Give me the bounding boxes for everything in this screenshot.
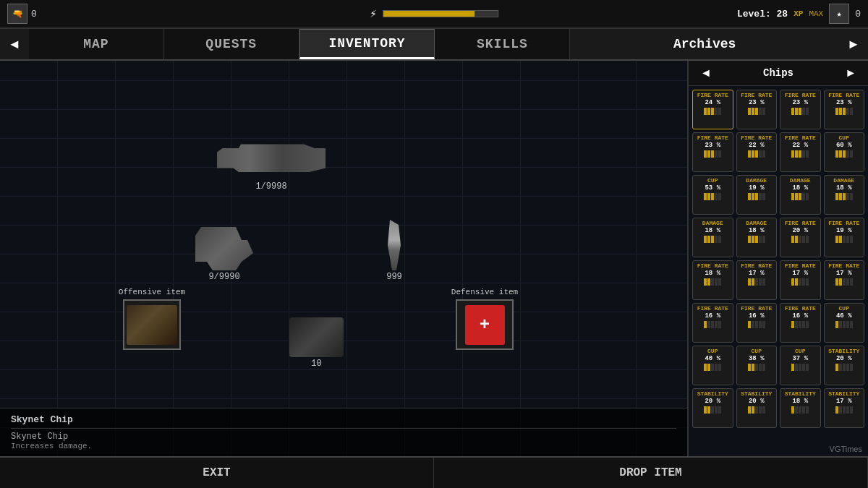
pistol-slot[interactable]: 9/9990 bbox=[195, 227, 253, 282]
chips-title: Chips bbox=[763, 67, 793, 79]
ammo-count: 0 bbox=[31, 9, 37, 20]
chip-card-11[interactable]: DAMAGE18 % bbox=[824, 175, 865, 215]
knife-image bbox=[383, 220, 405, 270]
chip-card-12[interactable]: DAMAGE18 % bbox=[692, 218, 733, 257]
inventory-area: 1/9998 9/9990 999 Offensive item 10 bbox=[0, 61, 687, 456]
device-slot[interactable]: 10 bbox=[289, 317, 344, 369]
nav-right-arrow[interactable]: ► bbox=[839, 29, 868, 59]
rifle-slot[interactable]: 1/9998 bbox=[217, 140, 326, 192]
nav-bar: ◄ Map Quests Inventory Skills Archives ► bbox=[0, 29, 868, 61]
chip-card-28[interactable]: STABILITY20 % bbox=[692, 388, 733, 428]
nav-left-arrow[interactable]: ◄ bbox=[0, 29, 29, 59]
main-content: 1/9998 9/9990 999 Offensive item 10 bbox=[0, 61, 868, 456]
chips-header: ◄ Chips ► bbox=[689, 61, 868, 86]
hud-left: 🔫 0 bbox=[7, 4, 37, 24]
nav-inventory[interactable]: Inventory bbox=[299, 29, 435, 59]
chip-card-16[interactable]: FIRE RATE18 % bbox=[692, 260, 733, 300]
chip-card-13[interactable]: DAMAGE18 % bbox=[736, 218, 778, 257]
exit-button[interactable]: Exit bbox=[0, 458, 434, 488]
chip-card-21[interactable]: FIRE RATE16 % bbox=[736, 303, 778, 343]
chip-card-27[interactable]: STABILITY20 % bbox=[824, 346, 865, 385]
nav-skills[interactable]: Skills bbox=[435, 29, 570, 59]
chip-card-9[interactable]: DAMAGE19 % bbox=[736, 175, 778, 215]
pistol-count: 9/9990 bbox=[208, 272, 239, 282]
bottom-info: Skynet Chip Skynet Chip Increases damage… bbox=[0, 408, 687, 456]
knife-count: 999 bbox=[386, 272, 402, 282]
chip-card-29[interactable]: STABILITY20 % bbox=[736, 388, 778, 428]
top-hud: 🔫 0 ⚡ Level: 28 XP MAX ★ 0 bbox=[0, 0, 868, 29]
offensive-box: Offensive item bbox=[123, 299, 181, 350]
chip-card-20[interactable]: FIRE RATE16 % bbox=[692, 303, 733, 343]
chip-card-10[interactable]: DAMAGE18 % bbox=[780, 175, 821, 215]
info-title: Skynet Chip bbox=[11, 414, 676, 425]
chip-card-1[interactable]: FIRE RATE23 % bbox=[736, 90, 778, 129]
heartbeat-icon: ⚡ bbox=[370, 7, 377, 21]
chip-card-8[interactable]: CUP53 % bbox=[692, 175, 733, 215]
chip-card-15[interactable]: FIRE RATE19 % bbox=[824, 218, 865, 257]
star-count: 0 bbox=[855, 9, 861, 20]
xp-label: XP bbox=[793, 9, 803, 18]
chip-card-30[interactable]: STABILITY18 % bbox=[780, 388, 821, 428]
offensive-item-image bbox=[127, 305, 177, 345]
chip-card-14[interactable]: FIRE RATE20 % bbox=[780, 218, 821, 257]
chip-card-4[interactable]: FIRE RATE23 % bbox=[692, 132, 733, 172]
defensive-label: Defensive item bbox=[451, 288, 518, 296]
defensive-box: Defensive item + bbox=[456, 299, 514, 350]
info-description: Increases damage. bbox=[11, 442, 676, 450]
chip-card-19[interactable]: FIRE RATE17 % bbox=[824, 260, 865, 300]
pistol-image bbox=[195, 227, 253, 270]
defensive-item-image: + bbox=[465, 305, 505, 345]
chip-card-31[interactable]: STABILITY17 % bbox=[824, 388, 865, 428]
device-image bbox=[289, 317, 344, 357]
xp-bar bbox=[383, 10, 498, 17]
offensive-label: Offensive item bbox=[119, 288, 185, 296]
chip-card-3[interactable]: FIRE RATE23 % bbox=[824, 90, 865, 129]
hud-center: ⚡ bbox=[370, 7, 498, 21]
rifle-image bbox=[217, 140, 326, 180]
knife-slot[interactable]: 999 bbox=[383, 220, 405, 282]
chip-card-18[interactable]: FIRE RATE17 % bbox=[780, 260, 821, 300]
chips-left-btn[interactable]: ◄ bbox=[696, 65, 716, 81]
hud-right: Level: 28 XP MAX ★ 0 bbox=[737, 4, 861, 24]
offensive-slot[interactable]: Offensive item bbox=[123, 299, 181, 350]
chips-right-btn[interactable]: ► bbox=[841, 65, 861, 81]
defensive-slot[interactable]: Defensive item + bbox=[456, 299, 514, 350]
archives-panel: ◄ Chips ► FIRE RATE24 %FIRE RATE23 %FIRE… bbox=[687, 61, 868, 456]
xp-bar-fill bbox=[383, 11, 475, 17]
info-divider bbox=[11, 428, 676, 429]
chip-card-0[interactable]: FIRE RATE24 % bbox=[692, 90, 733, 129]
level-display: Level: 28 bbox=[737, 9, 788, 20]
rifle-count: 1/9998 bbox=[255, 181, 286, 192]
nav-quests[interactable]: Quests bbox=[164, 29, 299, 59]
chip-card-17[interactable]: FIRE RATE17 % bbox=[736, 260, 778, 300]
chip-card-26[interactable]: CUP37 % bbox=[780, 346, 821, 385]
nav-archives[interactable]: Archives bbox=[570, 29, 839, 59]
vgtimes-watermark: VGTimes bbox=[830, 445, 862, 453]
nav-map[interactable]: Map bbox=[29, 29, 164, 59]
ammo-icon: 🔫 bbox=[7, 4, 27, 24]
chip-card-22[interactable]: FIRE RATE16 % bbox=[780, 303, 821, 343]
chip-card-25[interactable]: CUP38 % bbox=[736, 346, 778, 385]
chip-card-7[interactable]: CUP60 % bbox=[824, 132, 865, 172]
max-label: MAX bbox=[809, 9, 823, 18]
drop-item-button[interactable]: Drop item bbox=[434, 458, 868, 488]
chip-card-24[interactable]: CUP40 % bbox=[692, 346, 733, 385]
device-count: 10 bbox=[311, 359, 321, 369]
star-icon: ★ bbox=[829, 4, 849, 24]
info-subtitle: Skynet Chip bbox=[11, 432, 676, 442]
chip-card-5[interactable]: FIRE RATE22 % bbox=[736, 132, 778, 172]
chip-card-2[interactable]: FIRE RATE23 % bbox=[780, 90, 821, 129]
chips-grid: FIRE RATE24 %FIRE RATE23 %FIRE RATE23 %F… bbox=[689, 86, 868, 456]
chip-card-23[interactable]: CUP46 % bbox=[824, 303, 865, 343]
bottom-bar: Exit Drop item bbox=[0, 456, 868, 488]
chip-card-6[interactable]: FIRE RATE22 % bbox=[780, 132, 821, 172]
